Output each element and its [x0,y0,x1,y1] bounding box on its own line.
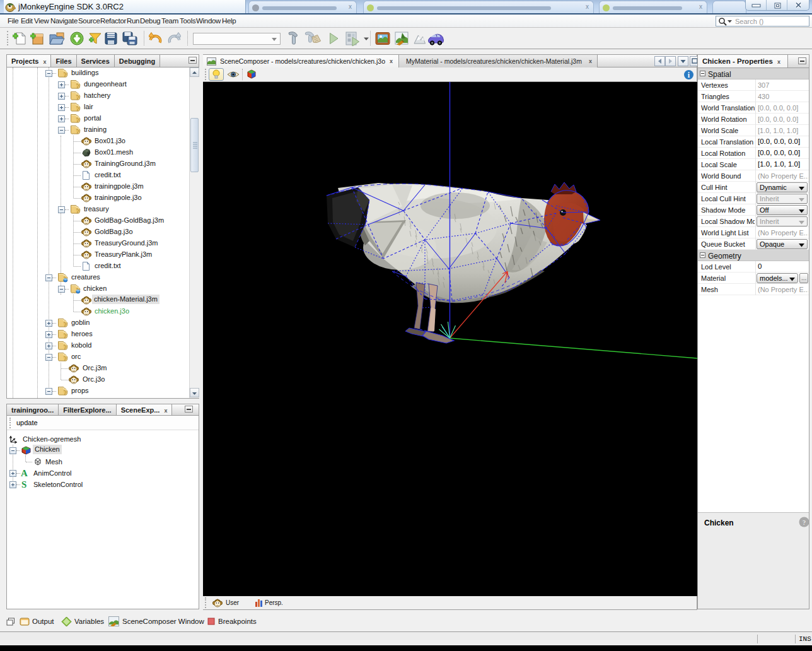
svg-text:?: ? [803,519,806,526]
